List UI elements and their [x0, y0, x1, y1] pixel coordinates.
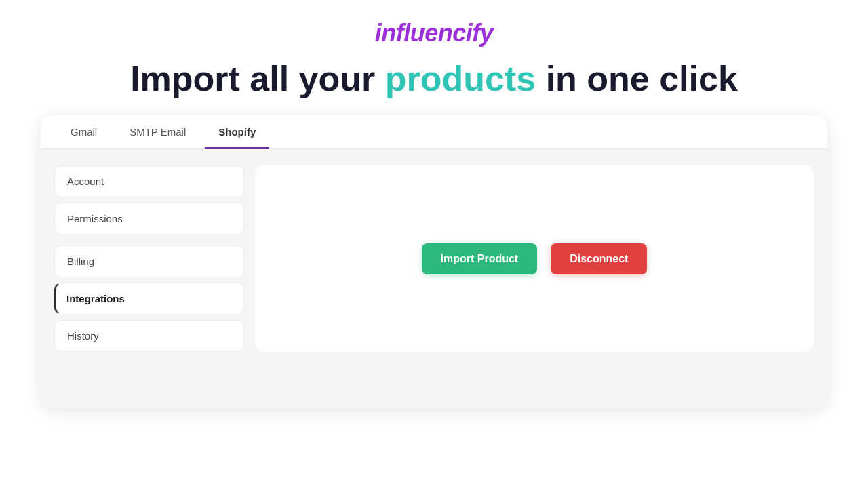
disconnect-button[interactable]: Disconnect [551, 243, 647, 274]
import-product-button[interactable]: Import Product [422, 243, 538, 274]
content-area: Account Permissions Billing Integrations… [41, 149, 827, 368]
tab-smtp-email[interactable]: SMTP Email [116, 115, 199, 149]
headline-part1: Import all your [130, 59, 385, 98]
sidebar-item-history[interactable]: History [54, 320, 244, 352]
headline: Import all your products in one click [130, 60, 738, 98]
main-content-panel: Import Product Disconnect [255, 165, 814, 352]
sidebar-item-account[interactable]: Account [54, 165, 244, 197]
tab-gmail[interactable]: Gmail [57, 115, 111, 149]
tab-shopify[interactable]: Shopify [205, 115, 269, 149]
logo-area: influencify [375, 19, 494, 47]
sidebar-item-billing[interactable]: Billing [54, 245, 244, 277]
headline-part2: in one click [536, 59, 738, 98]
tabs-bar: Gmail SMTP Email Shopify [41, 115, 827, 149]
main-card: Gmail SMTP Email Shopify Account Permiss… [41, 115, 827, 409]
sidebar-group-top: Account Permissions [54, 165, 244, 235]
sidebar: Account Permissions Billing Integrations… [54, 165, 244, 352]
app-logo: influencify [375, 19, 494, 47]
sidebar-item-integrations[interactable]: Integrations [54, 283, 244, 314]
sidebar-item-permissions[interactable]: Permissions [54, 203, 244, 235]
headline-highlight: products [385, 59, 536, 98]
